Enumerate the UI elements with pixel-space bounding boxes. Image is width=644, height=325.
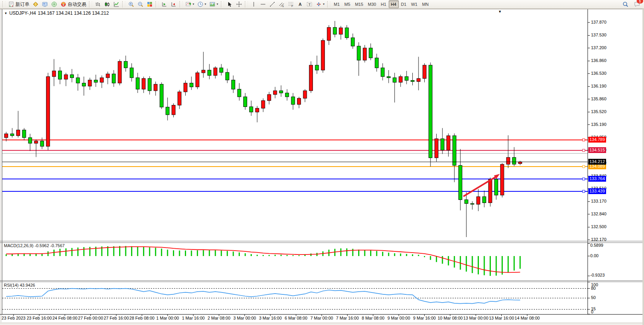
candle-body — [225, 72, 229, 80]
time-axis-label[interactable]: 1 Mar 00:00 — [156, 316, 179, 320]
candle-body — [64, 75, 68, 79]
candle-body — [327, 28, 331, 40]
macd-histogram-bar — [155, 248, 156, 256]
price-axis-label[interactable]: 137.870 — [591, 20, 606, 25]
candle-body — [214, 68, 217, 76]
macd-histogram-bar — [263, 255, 264, 256]
price-line-label: 133.764 — [588, 176, 606, 182]
rsi-axis-label[interactable]: 80 — [591, 286, 596, 291]
price-axis-label[interactable]: 132.170 — [591, 237, 606, 242]
time-axis-label[interactable]: 28 Feb 08:00 — [130, 316, 155, 320]
macd-axis-label[interactable]: 0.5899 — [590, 243, 603, 248]
macd-histogram-bar — [376, 251, 377, 256]
rsi-axis-label[interactable]: 50 — [591, 295, 596, 300]
macd-histogram-bar — [292, 255, 294, 256]
candle-body — [124, 61, 128, 68]
price-line-label: 134.789 — [588, 137, 606, 143]
price-axis-label[interactable]: 136.190 — [591, 84, 606, 89]
rsi-axis-label[interactable]: 0 — [591, 310, 593, 315]
time-axis-label[interactable]: 23 Feb 16:00 — [27, 316, 52, 320]
macd-histogram-bar — [48, 251, 49, 256]
macd-axis-label[interactable]: -0.9323 — [590, 273, 605, 278]
candle-body — [172, 105, 175, 115]
candle-body — [399, 77, 402, 83]
macd-axis-label[interactable]: 0.00 — [590, 253, 598, 258]
price-axis-label[interactable]: 132.840 — [591, 212, 606, 217]
time-axis-label[interactable]: 14 Mar 08:00 — [515, 316, 540, 320]
candle-body — [232, 80, 235, 89]
time-axis-label[interactable]: 13 Mar 00:00 — [463, 316, 489, 320]
macd-histogram-bar — [173, 250, 174, 256]
candle-body — [447, 136, 450, 150]
time-axis-label[interactable]: 13 Mar 16:00 — [489, 316, 514, 320]
rsi-line — [6, 289, 520, 304]
candle-body — [471, 203, 474, 204]
price-axis-label[interactable]: 132.500 — [591, 224, 606, 229]
candle-body — [184, 83, 187, 92]
line-handle[interactable] — [583, 149, 585, 151]
time-axis-label[interactable]: 9 Mar 00:00 — [388, 316, 410, 320]
macd-histogram-bar — [6, 254, 7, 256]
time-axis-label[interactable]: 27 Feb 16:00 — [104, 316, 129, 320]
price-axis-label[interactable]: 136.530 — [591, 71, 606, 76]
macd-histogram-bar — [412, 254, 413, 256]
time-axis-label[interactable]: 9 Mar 16:00 — [413, 316, 436, 320]
time-axis-label[interactable]: 27 Feb 00:00 — [78, 316, 103, 320]
line-handle[interactable] — [583, 190, 585, 193]
candle-body — [441, 139, 444, 150]
price-axis-label[interactable]: 135.190 — [591, 122, 606, 127]
time-axis-label[interactable]: 10 Mar 08:00 — [437, 316, 463, 320]
mt4-window: { "toolbar": { "groups": [ {"items":[ {"… — [0, 0, 644, 325]
candle-body — [118, 61, 121, 83]
macd-histogram-bar — [334, 249, 335, 256]
macd-histogram-bar — [149, 247, 150, 256]
candle-body — [34, 141, 38, 143]
candle-body — [130, 68, 133, 78]
time-axis-label[interactable]: 1 Mar 16:00 — [182, 316, 205, 320]
macd-histogram-bar — [358, 250, 359, 256]
chart-shift-marker[interactable]: ▼ — [498, 10, 502, 14]
macd-histogram-bar — [268, 255, 270, 256]
macd-histogram-bar — [448, 256, 449, 265]
line-handle[interactable] — [583, 165, 585, 168]
time-axis-label[interactable]: 3 Mar 16:00 — [259, 316, 282, 320]
candle-body — [501, 164, 504, 195]
time-axis-label[interactable]: 3 Mar 00:00 — [233, 316, 256, 320]
candle-body — [5, 134, 8, 138]
candle-body — [279, 91, 283, 93]
candle-body — [112, 74, 116, 83]
candle-body — [249, 107, 253, 112]
time-axis-label[interactable]: 23 Feb 2023 — [2, 316, 26, 320]
time-axis-label[interactable]: 2 Mar 08:00 — [208, 316, 231, 320]
time-axis-label[interactable]: 8 Mar 08:00 — [362, 316, 384, 320]
macd-histogram-bar — [233, 251, 234, 256]
macd-histogram-bar — [442, 256, 443, 264]
time-axis-label[interactable]: 7 Mar 16:00 — [336, 316, 359, 320]
macd-histogram-bar — [77, 248, 79, 256]
price-axis-label[interactable]: 135.520 — [591, 109, 606, 114]
macd-histogram-bar — [370, 250, 371, 256]
price-axis-label[interactable]: 133.170 — [591, 199, 606, 204]
macd-histogram-bar — [430, 256, 431, 260]
time-axis-label[interactable]: 24 Feb 08:00 — [52, 316, 77, 320]
time-axis-label[interactable]: 6 Mar 08:00 — [285, 316, 307, 320]
candle-body — [40, 141, 44, 146]
price-axis-label[interactable]: 136.860 — [591, 58, 606, 63]
chart-title-caret[interactable]: ▼ — [4, 12, 7, 15]
macd-histogram-bar — [406, 254, 407, 256]
candle-body — [88, 80, 92, 86]
macd-histogram-bar — [161, 249, 162, 256]
macd-histogram-bar — [29, 254, 31, 256]
price-axis-label[interactable]: 137.530 — [591, 33, 606, 38]
price-axis-label[interactable]: 137.200 — [591, 45, 606, 50]
chart-canvas[interactable] — [0, 0, 644, 325]
price-axis-label[interactable]: 135.860 — [591, 96, 606, 101]
candle-body — [393, 78, 396, 83]
candle-body — [423, 65, 426, 78]
line-handle[interactable] — [583, 139, 585, 141]
macd-histogram-bar — [191, 251, 192, 256]
macd-histogram-bar — [418, 255, 419, 256]
macd-histogram-bar — [394, 253, 395, 256]
line-handle[interactable] — [583, 178, 585, 180]
time-axis-label[interactable]: 7 Mar 00:00 — [310, 316, 333, 320]
